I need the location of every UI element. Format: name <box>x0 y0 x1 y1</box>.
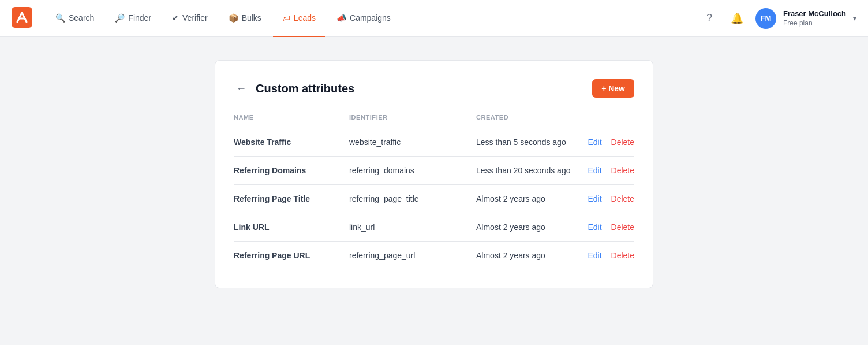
nav-item-finder[interactable]: 🔎Finder <box>106 0 160 37</box>
user-name: Fraser McCulloch <box>783 9 846 19</box>
delete-button[interactable]: Delete <box>611 166 634 175</box>
attribute-created: Almost 2 years ago <box>476 185 582 213</box>
delete-button[interactable]: Delete <box>611 222 634 232</box>
attribute-actions: EditDelete <box>582 213 634 242</box>
table-row: Referring Page URLreferring_page_urlAlmo… <box>234 242 634 270</box>
table-header: NAME IDENTIFIER CREATED <box>234 114 634 128</box>
back-button[interactable]: ← <box>234 80 249 97</box>
user-chevron-icon: ▾ <box>853 14 856 23</box>
avatar: FM <box>755 8 776 29</box>
attribute-name: Website Traffic <box>234 128 349 157</box>
nav-item-verifier[interactable]: ✔Verifier <box>163 0 217 37</box>
edit-button[interactable]: Edit <box>588 166 601 175</box>
nav-item-bulks-label: Bulks <box>242 13 261 23</box>
help-icon: ? <box>706 12 712 24</box>
bulks-icon: 📦 <box>229 13 238 23</box>
attribute-name: Referring Page URL <box>234 242 349 270</box>
logo[interactable] <box>12 7 32 30</box>
user-plan: Free plan <box>783 19 846 27</box>
attribute-identifier: referring_page_url <box>349 242 476 270</box>
nav-item-leads[interactable]: 🏷Leads <box>273 0 325 37</box>
nav-item-search[interactable]: 🔍Search <box>46 0 103 37</box>
attribute-identifier: referring_domains <box>349 157 476 185</box>
finder-icon: 🔎 <box>115 13 125 23</box>
col-identifier: IDENTIFIER <box>349 114 476 128</box>
edit-button[interactable]: Edit <box>588 222 601 232</box>
bell-icon: 🔔 <box>731 12 743 25</box>
table-row: Referring Domainsreferring_domainsLess t… <box>234 157 634 185</box>
verifier-icon: ✔ <box>172 13 179 23</box>
attribute-created: Almost 2 years ago <box>476 242 582 270</box>
nav-item-campaigns[interactable]: 📣Campaigns <box>327 0 400 37</box>
new-button-label: + New <box>601 84 625 93</box>
new-attribute-button[interactable]: + New <box>592 79 634 98</box>
navigation: 🔍Search🔎Finder✔Verifier📦Bulks🏷Leads📣Camp… <box>0 0 868 37</box>
nav-items: 🔍Search🔎Finder✔Verifier📦Bulks🏷Leads📣Camp… <box>46 0 700 37</box>
help-button[interactable]: ? <box>700 9 719 28</box>
page-title: Custom attributes <box>256 82 354 95</box>
col-name: NAME <box>234 114 349 128</box>
user-menu[interactable]: FM Fraser McCulloch Free plan ▾ <box>755 8 856 29</box>
table-body: Website Trafficwebsite_trafficLess than … <box>234 128 634 270</box>
table-row: Website Trafficwebsite_trafficLess than … <box>234 128 634 157</box>
attribute-created: Almost 2 years ago <box>476 213 582 242</box>
attribute-identifier: website_traffic <box>349 128 476 157</box>
svg-rect-0 <box>12 7 32 28</box>
attribute-name: Referring Domains <box>234 157 349 185</box>
table-row: Referring Page Titlereferring_page_title… <box>234 185 634 213</box>
attribute-name: Link URL <box>234 213 349 242</box>
attribute-created: Less than 5 seconds ago <box>476 128 582 157</box>
notifications-button[interactable]: 🔔 <box>728 9 746 28</box>
edit-button[interactable]: Edit <box>588 138 601 147</box>
col-actions <box>582 114 634 128</box>
card-header: ← Custom attributes + New <box>234 79 634 98</box>
attribute-name: Referring Page Title <box>234 185 349 213</box>
edit-button[interactable]: Edit <box>588 194 601 203</box>
attribute-actions: EditDelete <box>582 185 634 213</box>
nav-item-finder-label: Finder <box>128 13 151 23</box>
leads-icon: 🏷 <box>282 13 290 23</box>
nav-item-verifier-label: Verifier <box>182 13 208 23</box>
custom-attributes-card: ← Custom attributes + New NAME IDENTIFIE… <box>215 60 653 288</box>
campaigns-icon: 📣 <box>336 13 346 23</box>
attribute-actions: EditDelete <box>582 242 634 270</box>
edit-button[interactable]: Edit <box>588 251 601 260</box>
attribute-actions: EditDelete <box>582 157 634 185</box>
nav-right: ? 🔔 FM Fraser McCulloch Free plan ▾ <box>700 8 856 29</box>
delete-button[interactable]: Delete <box>611 194 634 203</box>
attribute-identifier: referring_page_title <box>349 185 476 213</box>
nav-item-campaigns-label: Campaigns <box>350 13 391 23</box>
delete-button[interactable]: Delete <box>611 251 634 260</box>
back-icon: ← <box>236 83 246 95</box>
search-icon: 🔍 <box>55 13 65 23</box>
main-content: ← Custom attributes + New NAME IDENTIFIE… <box>0 37 868 311</box>
table-row: Link URLlink_urlAlmost 2 years agoEditDe… <box>234 213 634 242</box>
nav-item-leads-label: Leads <box>294 13 316 23</box>
attributes-table: NAME IDENTIFIER CREATED Website Trafficw… <box>234 114 634 269</box>
nav-item-bulks[interactable]: 📦Bulks <box>219 0 271 37</box>
attribute-actions: EditDelete <box>582 128 634 157</box>
attribute-identifier: link_url <box>349 213 476 242</box>
nav-item-search-label: Search <box>69 13 94 23</box>
attribute-created: Less than 20 seconds ago <box>476 157 582 185</box>
col-created: CREATED <box>476 114 582 128</box>
delete-button[interactable]: Delete <box>611 138 634 147</box>
